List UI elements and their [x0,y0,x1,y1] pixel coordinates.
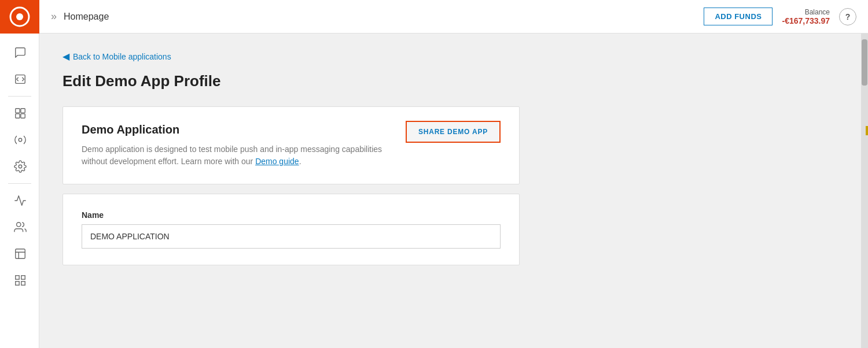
sidebar-divider-2 [8,183,31,184]
svg-rect-13 [21,282,25,285]
scrollbar-marker [866,126,868,135]
name-label: Name [82,210,501,220]
card-desc-text2: . [299,157,301,166]
scrollbar-thumb[interactable] [862,39,867,86]
svg-rect-4 [21,109,25,113]
balance-block: Balance -€167,733.97 [782,8,830,25]
card-description: Demo application is designed to test mob… [82,143,406,168]
topbar-right: ADD FUNDS Balance -€167,733.97 ? [704,8,856,25]
main-area: » Homepage ADD FUNDS Balance -€167,733.9… [39,0,868,348]
expand-icon[interactable]: » [51,10,57,23]
back-link[interactable]: ◀ Back to Mobile applications [62,51,838,62]
page-title: Edit Demo App Profile [62,72,838,90]
back-arrow-icon: ◀ [62,51,69,62]
back-link-text: Back to Mobile applications [73,52,171,61]
svg-point-8 [17,223,21,227]
sidebar-item-developer[interactable] [0,66,39,92]
svg-rect-11 [21,276,25,279]
card-title: Demo Application [82,123,406,136]
svg-point-7 [19,138,22,142]
sidebar-item-settings[interactable] [0,153,39,180]
svg-rect-3 [16,109,20,113]
help-button[interactable]: ? [839,8,856,25]
logo[interactable] [0,0,39,34]
name-input[interactable] [82,224,501,249]
topbar: » Homepage ADD FUNDS Balance -€167,733.9… [39,0,868,34]
sidebar-item-reports[interactable] [0,240,39,267]
sidebar-item-analytics[interactable] [0,187,39,214]
svg-rect-6 [21,114,25,118]
sidebar-item-automation[interactable] [0,127,39,153]
demo-app-card: Demo Application Demo application is des… [62,106,520,184]
card-top: Demo Application Demo application is des… [82,123,501,168]
svg-rect-5 [16,114,20,118]
balance-value: -€167,733.97 [782,16,830,25]
sidebar-item-templates[interactable] [0,100,39,127]
card-desc-text1: Demo application is designed to test mob… [82,145,382,166]
form-card: Name [62,194,520,265]
sidebar [0,0,39,348]
sidebar-divider [8,96,31,97]
balance-label: Balance [782,8,830,16]
svg-point-1 [16,13,23,20]
add-funds-button[interactable]: ADD FUNDS [704,8,773,25]
sidebar-item-messages[interactable] [0,39,39,66]
sidebar-nav [0,34,39,348]
share-demo-app-button[interactable]: SHARE DEMO APP [406,121,501,143]
topbar-title: Homepage [64,12,704,22]
demo-guide-link[interactable]: Demo guide [255,157,299,166]
scrollbar-track[interactable] [861,34,868,348]
svg-rect-9 [16,249,25,259]
sidebar-item-audience[interactable] [0,214,39,240]
svg-rect-10 [16,276,19,279]
page-content: ◀ Back to Mobile applications Edit Demo … [39,34,861,348]
sidebar-item-grid[interactable] [0,267,39,294]
svg-rect-12 [16,282,19,285]
card-content: Demo Application Demo application is des… [82,123,406,168]
